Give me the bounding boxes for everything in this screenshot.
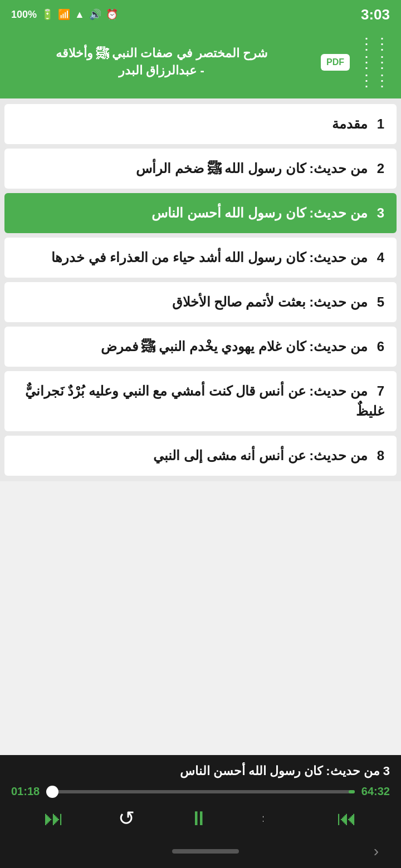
player-title: 3 من حديث: كان رسول الله أحسن الناس bbox=[11, 764, 390, 778]
item-number: 5 bbox=[377, 294, 384, 309]
list-item[interactable]: 8 من حديث: عن أنس أنه مشى إلى النبي bbox=[4, 436, 397, 476]
pdf-icon: PDF bbox=[321, 54, 350, 71]
nav-pill bbox=[172, 849, 239, 854]
list-item[interactable]: 3 من حديث: كان رسول الله أحسن الناس bbox=[4, 193, 397, 233]
list-item[interactable]: 1 مقدمة bbox=[4, 104, 397, 144]
item-text: من حديث: عن أنس قال كنت أمشي مع النبي وع… bbox=[25, 383, 384, 418]
current-time: 01:18 bbox=[11, 785, 40, 798]
shuffle-button[interactable]: ⇄ bbox=[263, 808, 283, 828]
item-text: من حديث: كان غلام يهودي يخْدم النبي ﷺ فم… bbox=[101, 339, 368, 354]
menu-button[interactable]: ⋮⋮⋮⋮⋮⋮ bbox=[359, 34, 390, 90]
list-item[interactable]: 2 من حديث: كان رسول الله ﷺ ضخم الرأس bbox=[4, 149, 397, 189]
item-text: من حديث: عن أنس أنه مشى إلى النبي bbox=[153, 448, 368, 463]
item-text: من حديث: كان رسول الله ﷺ ضخم الرأس bbox=[136, 161, 368, 176]
list-item[interactable]: 4 من حديث: كان رسول الله أشد حياء من الع… bbox=[4, 238, 397, 278]
list-item[interactable]: 7 من حديث: عن أنس قال كنت أمشي مع النبي … bbox=[4, 371, 397, 431]
progress-knob[interactable] bbox=[46, 786, 58, 798]
battery-icon: 🔋 bbox=[41, 8, 53, 21]
total-time: 64:32 bbox=[361, 785, 390, 798]
progress-bar[interactable] bbox=[46, 790, 355, 793]
progress-row: 64:32 01:18 bbox=[11, 785, 390, 798]
prev-button[interactable]: ⏮ bbox=[337, 807, 357, 830]
next-button[interactable]: ⏭ bbox=[44, 807, 64, 830]
item-number: 6 bbox=[377, 339, 384, 354]
status-icons: ⏰ 🔊 ▲ 📶 🔋 100% bbox=[11, 8, 118, 21]
list-item[interactable]: 5 من حديث: بعثت لأتمم صالح الأخلاق bbox=[4, 282, 397, 322]
pause-button[interactable]: ⏸ bbox=[189, 807, 209, 830]
status-bar: 3:03 ⏰ 🔊 ▲ 📶 🔋 100% bbox=[0, 0, 401, 29]
item-number: 7 bbox=[377, 383, 384, 398]
alarm-icon: ⏰ bbox=[106, 8, 118, 21]
item-text: من حديث: كان رسول الله أحسن الناس bbox=[151, 205, 368, 220]
volume-icon: 🔊 bbox=[89, 8, 101, 21]
item-text: مقدمة bbox=[332, 116, 368, 131]
item-number: 1 bbox=[377, 116, 384, 131]
player-bar: 3 من حديث: كان رسول الله أحسن الناس 64:3… bbox=[0, 755, 401, 835]
svg-text:⇄: ⇄ bbox=[263, 810, 264, 827]
header-title: شرح المختصر في صفات النبي ﷺ وأخلاقه - عب… bbox=[11, 45, 312, 80]
wifi-icon: 📶 bbox=[58, 8, 70, 21]
list-item[interactable]: 6 من حديث: كان غلام يهودي يخْدم النبي ﷺ … bbox=[4, 327, 397, 367]
item-text: من حديث: كان رسول الله أشد حياء من العذر… bbox=[51, 250, 368, 265]
item-number: 3 bbox=[377, 205, 384, 220]
item-text: من حديث: بعثت لأتمم صالح الأخلاق bbox=[172, 294, 368, 309]
repeat-button[interactable]: ↺ bbox=[118, 807, 135, 830]
app-header: ⋮⋮⋮⋮⋮⋮ PDF شرح المختصر في صفات النبي ﷺ و… bbox=[0, 29, 401, 98]
progress-fill bbox=[349, 790, 355, 793]
item-number: 4 bbox=[377, 250, 384, 265]
item-number: 2 bbox=[377, 161, 384, 176]
bottom-nav: ‹ bbox=[0, 835, 401, 868]
player-controls: ⏮ ⇄ ⏸ ↺ ⏭ bbox=[11, 807, 390, 830]
signal-icon: ▲ bbox=[75, 9, 85, 21]
item-number: 8 bbox=[377, 448, 384, 463]
back-button[interactable]: ‹ bbox=[374, 842, 379, 860]
status-time: 3:03 bbox=[361, 6, 390, 23]
battery-percent: 100% bbox=[11, 9, 37, 21]
content-list: 1 مقدمة2 من حديث: كان رسول الله ﷺ ضخم ال… bbox=[0, 98, 401, 481]
